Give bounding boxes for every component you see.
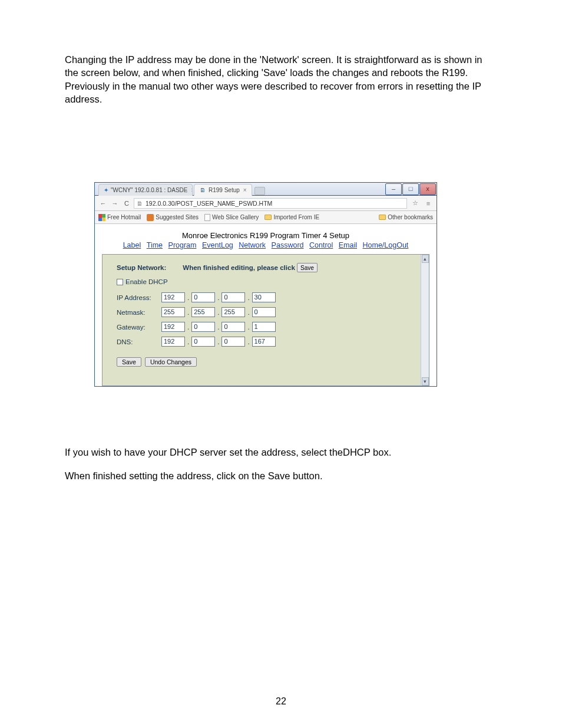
ip-address-label: IP Address:	[117, 294, 161, 301]
back-button[interactable]: ←	[98, 200, 108, 207]
inline-save-button[interactable]: Save	[297, 263, 318, 272]
bookmark-label: Suggested Sites	[156, 214, 199, 220]
scroll-down-icon[interactable]: ▾	[422, 377, 429, 386]
address-bar[interactable]: 🗎 192.0.0.30/POST_USER_NAME_PSWD.HTM	[134, 198, 407, 209]
bookmark-label: Free Hotmail	[107, 214, 141, 220]
gateway-octet-3[interactable]: 0	[222, 322, 245, 332]
netmask-octet-4[interactable]: 0	[252, 307, 276, 317]
favicon-icon: ✦	[104, 187, 108, 194]
scrollbar[interactable]: ▴ ▾	[421, 255, 429, 386]
page-title: Monroe Electronics R199 Program Timer 4 …	[102, 231, 429, 240]
netmask-fields: 255. 255. 255. 0	[161, 307, 417, 317]
close-icon[interactable]: ×	[243, 187, 247, 193]
bookmark-free-hotmail[interactable]: Free Hotmail	[98, 214, 141, 221]
scroll-up-icon[interactable]: ▴	[422, 255, 429, 263]
bookmark-label: Web Slice Gallery	[212, 214, 259, 220]
ip-address-fields: 192. 0. 0. 30	[161, 292, 417, 302]
ip-octet-2[interactable]: 0	[191, 292, 215, 302]
gateway-label: Gateway:	[117, 324, 161, 331]
nav-email[interactable]: Email	[339, 241, 357, 249]
save-note-paragraph: When finished setting the address, click…	[65, 469, 497, 482]
setup-network-label: Setup Network:	[117, 264, 166, 271]
folder-icon	[379, 215, 386, 220]
nav-label[interactable]: Label	[123, 241, 141, 249]
tab-inactive-label: "WCNY" 192.0.0.81 : DASDE	[111, 187, 187, 193]
netmask-label: Netmask:	[117, 309, 161, 316]
save-button[interactable]: Save	[117, 357, 141, 367]
close-window-button[interactable]: x	[419, 183, 436, 195]
network-form-frame: ▴ ▾ Setup Network: When finished editing…	[102, 254, 429, 386]
tab-inactive[interactable]: ✦ "WCNY" 192.0.0.81 : DASDE ×	[98, 184, 193, 196]
nav-home-logout[interactable]: Home/LogOut	[363, 241, 409, 249]
reload-button[interactable]: C	[122, 200, 131, 207]
page-icon: 🗎	[199, 187, 206, 194]
bookmarks-bar: Free Hotmail Suggested Sites Web Slice G…	[95, 211, 437, 224]
minimize-button[interactable]: –	[385, 183, 402, 195]
dns-octet-3[interactable]: 0	[222, 337, 245, 347]
dns-octet-4[interactable]: 167	[252, 337, 276, 347]
page-nav: Label Time Program EventLog Network Pass…	[102, 241, 429, 249]
bookmark-label: Other bookmarks	[388, 214, 433, 220]
page-content: Monroe Electronics R199 Program Timer 4 …	[95, 224, 437, 386]
new-tab-button[interactable]	[254, 187, 265, 195]
ip-octet-3[interactable]: 0	[222, 292, 245, 302]
bookmark-web-slice[interactable]: Web Slice Gallery	[204, 214, 259, 221]
dns-fields: 192. 0. 0. 167	[161, 337, 417, 347]
dns-octet-2[interactable]: 0	[191, 337, 215, 347]
page-number: 22	[0, 696, 562, 707]
windows-icon	[98, 214, 105, 221]
page-icon	[204, 214, 210, 221]
nav-password[interactable]: Password	[272, 241, 304, 249]
dns-octet-1[interactable]: 192	[161, 337, 185, 347]
bookmark-suggested-sites[interactable]: Suggested Sites	[147, 214, 199, 221]
undo-changes-button[interactable]: Undo Changes	[145, 357, 197, 367]
bookmark-star-icon[interactable]: ☆	[411, 199, 420, 207]
gateway-octet-4[interactable]: 1	[252, 322, 276, 332]
netmask-octet-3[interactable]: 255	[222, 307, 245, 317]
folder-icon	[265, 215, 272, 220]
page-icon: 🗎	[137, 200, 143, 207]
gateway-octet-1[interactable]: 192	[161, 322, 185, 332]
forward-button[interactable]: →	[110, 200, 120, 207]
ip-octet-1[interactable]: 192	[161, 292, 185, 302]
address-text: 192.0.0.30/POST_USER_NAME_PSWD.HTM	[146, 200, 272, 207]
setup-hint: When finished editing, please click	[183, 264, 295, 271]
nav-time[interactable]: Time	[147, 241, 163, 249]
gateway-octet-2[interactable]: 0	[191, 322, 215, 332]
netmask-octet-2[interactable]: 255	[191, 307, 215, 317]
menu-icon[interactable]: ≡	[424, 200, 433, 207]
tab-active[interactable]: 🗎 R199 Setup ×	[194, 184, 252, 196]
ip-octet-4[interactable]: 30	[252, 292, 276, 302]
nav-eventlog[interactable]: EventLog	[202, 241, 233, 249]
enable-dhcp-label: Enable DHCP	[125, 278, 168, 285]
intro-paragraph: Changing the IP address may be done in t…	[65, 53, 497, 106]
close-icon[interactable]: ×	[191, 187, 193, 193]
browser-window: ✦ "WCNY" 192.0.0.81 : DASDE × 🗎 R199 Set…	[94, 182, 437, 387]
nav-network[interactable]: Network	[239, 241, 266, 249]
address-bar-row: ← → C 🗎 192.0.0.30/POST_USER_NAME_PSWD.H…	[95, 196, 437, 211]
nav-control[interactable]: Control	[309, 241, 333, 249]
nav-program[interactable]: Program	[168, 241, 197, 249]
dhcp-note-paragraph: If you wish to have your DHCP server set…	[65, 446, 497, 459]
browser-tabs: ✦ "WCNY" 192.0.0.81 : DASDE × 🗎 R199 Set…	[98, 183, 265, 196]
netmask-octet-1[interactable]: 255	[161, 307, 185, 317]
dns-label: DNS:	[117, 338, 161, 345]
bookmark-other[interactable]: Other bookmarks	[379, 214, 433, 220]
suggested-icon	[147, 214, 154, 221]
enable-dhcp-checkbox[interactable]	[117, 279, 123, 285]
bookmark-imported[interactable]: Imported From IE	[265, 214, 319, 220]
gateway-fields: 192. 0. 0. 1	[161, 322, 417, 332]
tab-active-label: R199 Setup	[209, 187, 240, 193]
window-titlebar: ✦ "WCNY" 192.0.0.81 : DASDE × 🗎 R199 Set…	[95, 183, 437, 196]
maximize-button[interactable]: □	[402, 183, 419, 195]
bookmark-label: Imported From IE	[273, 214, 319, 220]
